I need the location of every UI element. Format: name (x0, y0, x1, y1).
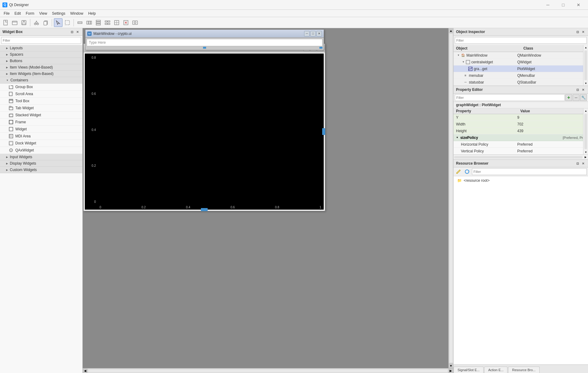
scroll-left-btn[interactable]: ◀ (83, 368, 88, 373)
menu-help[interactable]: Help (86, 11, 98, 16)
widget-item-dock-widget[interactable]: Dock Widget (0, 140, 82, 147)
pe-scroll-down[interactable]: ▼ (583, 150, 588, 155)
table-row[interactable]: ▼ centralwidget QWidget (454, 59, 588, 65)
table-row[interactable]: ▼ 🏠 MainWindow QMainWindow (454, 52, 588, 59)
pe-val-height[interactable]: 439 (515, 128, 588, 134)
close-button[interactable]: ✕ (571, 1, 586, 9)
inner-window-close[interactable]: ✕ (316, 31, 322, 36)
grid-layout-button[interactable] (112, 18, 121, 27)
preview-button[interactable] (131, 18, 139, 27)
copy-button[interactable] (41, 18, 50, 27)
tab-action-editor[interactable]: Action E... (484, 367, 507, 373)
pe-config-btn[interactable]: 🔧 (580, 94, 587, 101)
category-item-widgets[interactable]: Item Widgets (Item-Based) (0, 71, 82, 77)
category-item-views[interactable]: Item Views (Model-Based) (0, 64, 82, 71)
oi-vscroll[interactable]: ▲ ▼ (583, 45, 588, 86)
menu-view[interactable]: View (37, 11, 50, 16)
tab-resource-browser[interactable]: Resource Bro... (508, 367, 539, 373)
pe-scroll-up[interactable]: ▲ (583, 108, 588, 113)
scroll-right-btn[interactable]: ▶ (448, 368, 453, 373)
v-layout-button[interactable] (94, 18, 103, 27)
oi-scroll-up[interactable]: ▲ (583, 45, 588, 50)
cut-button[interactable] (32, 18, 41, 27)
menu-edit[interactable]: Edit (12, 11, 23, 16)
pe-filter-input[interactable] (455, 94, 565, 101)
arrow-mainwindow[interactable]: ▼ (457, 54, 460, 57)
inner-window-min[interactable]: ─ (304, 31, 310, 36)
h-scrollbar[interactable]: ◀ ▶ (83, 368, 453, 373)
minimize-button[interactable]: ─ (541, 1, 555, 9)
form-layout-button[interactable] (103, 18, 112, 27)
menu-window[interactable]: Window (68, 11, 86, 16)
widget-item-frame[interactable]: Frame (0, 119, 82, 126)
adjust-size-button[interactable] (76, 18, 84, 27)
menu-settings[interactable]: Settings (50, 11, 68, 16)
table-row[interactable]: Height 439 (454, 128, 588, 134)
tab-signal-slot[interactable]: Signal/Slot E... (454, 367, 484, 373)
pe-val-width[interactable]: 702 (515, 121, 588, 127)
widget-item-qax-widget[interactable]: X QAxWidget (0, 147, 82, 154)
save-button[interactable] (20, 18, 28, 27)
widget-item-scroll-area[interactable]: Scroll Area (0, 91, 82, 98)
table-row[interactable]: Horizontal Policy Preferred (454, 141, 588, 148)
v-scrollbar[interactable]: ▲ ▼ (448, 28, 453, 368)
new-button[interactable] (1, 18, 10, 27)
rb-filter-input[interactable] (472, 168, 587, 175)
widget-item-group-box[interactable]: Group Box (0, 84, 82, 91)
table-row[interactable]: ≡ menubar QMenuBar (454, 72, 588, 79)
rb-refresh-btn[interactable] (463, 168, 471, 175)
maximize-button[interactable]: □ (556, 1, 570, 9)
table-row[interactable]: Width 702 (454, 121, 588, 128)
widget-item-mdi-area[interactable]: MDI Area (0, 133, 82, 140)
pe-hscroll[interactable]: ▶ (454, 155, 588, 159)
category-buttons[interactable]: Buttons (0, 58, 82, 64)
resize-handle-bottom[interactable] (201, 208, 208, 211)
oi-detach[interactable]: ⊡ (575, 29, 580, 34)
table-row[interactable]: Y 9 (454, 114, 588, 121)
rb-close[interactable]: ✕ (581, 161, 586, 166)
inner-window-max[interactable]: □ (310, 31, 316, 36)
scroll-down-btn[interactable]: ▼ (449, 363, 454, 368)
type-here[interactable]: Type Here (87, 39, 322, 46)
pe-vscroll[interactable]: ▲ ▼ (583, 108, 588, 155)
widget-item-tool-box[interactable]: Tool Box (0, 98, 82, 105)
pe-val-hpolicy[interactable]: Preferred (515, 142, 588, 147)
list-item[interactable]: 📁 <resource root> (455, 177, 587, 184)
rb-pencil-btn[interactable] (455, 168, 462, 175)
menu-file[interactable]: File (1, 11, 12, 16)
widget-box-detach[interactable]: ⊡ (70, 29, 74, 34)
pe-val-y[interactable]: 9 (515, 115, 588, 120)
menu-form[interactable]: Form (23, 11, 37, 16)
oi-scroll-down[interactable]: ▼ (583, 81, 588, 86)
select-widgets-button[interactable] (54, 18, 62, 27)
widget-box-close[interactable]: ✕ (75, 29, 80, 34)
category-containers[interactable]: Containers (0, 77, 82, 84)
pe-arrow-sizepolicy[interactable]: ▼ (456, 136, 458, 139)
resize-handle-right[interactable] (322, 128, 325, 135)
table-row[interactable]: gra...get PlotWidget (454, 65, 588, 72)
pe-close[interactable]: ✕ (581, 87, 586, 92)
category-spacers[interactable]: Spacers (0, 51, 82, 58)
select-layout-button[interactable] (63, 18, 72, 27)
widget-box-filter[interactable] (1, 37, 81, 44)
widget-item-stacked-widget[interactable]: Stacked Widget (0, 112, 82, 119)
table-row[interactable]: ▼ sizePolicy [Preferred, Pr... (454, 134, 588, 141)
arrow-centralwidget[interactable]: ▼ (462, 61, 465, 63)
category-custom-widgets[interactable]: Custom Widgets (0, 167, 82, 173)
rb-detach[interactable]: ⊡ (575, 161, 580, 166)
oi-close[interactable]: ✕ (581, 29, 586, 34)
pe-detach[interactable]: ⊡ (575, 87, 580, 92)
category-input-widgets[interactable]: Input Widgets (0, 154, 82, 160)
category-layouts[interactable]: Layouts (0, 45, 82, 51)
break-layout-button[interactable] (122, 18, 130, 27)
pe-val-vpolicy[interactable]: Preferred (515, 148, 588, 154)
widget-item-widget[interactable]: Widget (0, 126, 82, 133)
table-row[interactable]: Vertical Policy Preferred (454, 148, 588, 155)
pe-add-btn[interactable]: + (565, 94, 572, 101)
scroll-up-btn[interactable]: ▲ (449, 28, 454, 33)
oi-filter-input[interactable] (455, 37, 587, 44)
open-button[interactable] (10, 18, 19, 27)
table-row[interactable]: ─ statusbar QStatusBar (454, 79, 588, 86)
pe-scroll-right[interactable]: ▶ (583, 155, 588, 160)
widget-item-tab-widget[interactable]: Tab Widget (0, 105, 82, 112)
